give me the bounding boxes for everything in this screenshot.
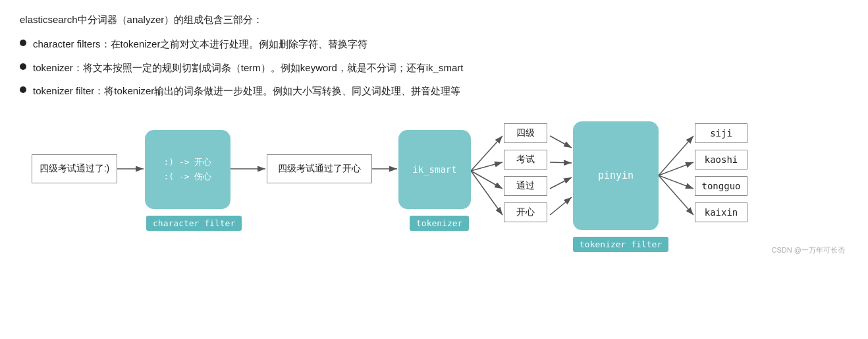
bullet-text-3: tokenizer filter：将tokenizer输出的词条做进一步处理。例… [33,82,460,100]
bullet-dot-3 [20,86,26,93]
svg-line-15 [659,175,693,215]
char-filter-line2: :( -> 伤心 [164,171,212,183]
diagram-area: 四级考试通过了:) :) -> 开心 :( -> 伤心 character fi… [20,111,848,257]
watermark: CSDN @一万年可长否 [772,245,845,255]
svg-line-6 [471,171,502,189]
bullet-list: character filters：在tokenizer之前对文本进行处理。例如… [20,36,848,100]
intro-title: elasticsearch中分词器（analyzer）的组成包含三部分： [20,12,848,28]
tokenizer-label: tokenizer [410,216,469,231]
input-box: 四级考试通过了:) [32,154,117,183]
svg-line-8 [550,136,572,148]
token-box-3: 开心 [504,202,547,222]
mid-text: 四级考试通过了开心 [278,163,361,175]
svg-line-12 [659,136,693,175]
output-box-2: tongguo [695,176,747,196]
token-box-0: 四级 [504,123,547,143]
bullet-item-2: tokenizer：将文本按照一定的规则切割成词条（term）。例如keywor… [20,59,848,77]
svg-line-7 [471,171,502,215]
bullet-dot-1 [20,40,26,46]
pinyin-box: pinyin [573,121,659,230]
pinyin-text: pinyin [598,170,634,181]
output-box-3: kaixin [695,202,747,222]
tokenizer-box: ik_smart [398,130,471,209]
output-box-0: siji [695,123,747,143]
svg-line-10 [550,177,572,189]
tokenizer-text: ik_smart [412,164,456,175]
svg-line-4 [471,136,502,171]
svg-line-13 [659,162,693,175]
svg-line-11 [550,197,572,215]
char-filter-line1: :) -> 开心 [164,156,212,168]
token-box-1: 考试 [504,150,547,170]
svg-line-9 [550,162,572,163]
svg-line-14 [659,175,693,189]
output-box-1: kaoshi [695,150,747,170]
token-box-2: 通过 [504,176,547,196]
input-text: 四级考试通过了:) [40,163,110,175]
bullet-item-3: tokenizer filter：将tokenizer输出的词条做进一步处理。例… [20,82,848,100]
tokenizer-filter-label: tokenizer filter [573,237,668,252]
char-filter-box: :) -> 开心 :( -> 伤心 [145,130,231,209]
bullet-item-1: character filters：在tokenizer之前对文本进行处理。例如… [20,36,848,53]
svg-line-5 [471,162,502,171]
bullet-text-2: tokenizer：将文本按照一定的规则切割成词条（term）。例如keywor… [33,59,463,77]
mid-box: 四级考试通过了开心 [267,154,372,183]
char-filter-label: character filter [146,216,242,231]
bullet-text-1: character filters：在tokenizer之前对文本进行处理。例如… [33,36,367,53]
bullet-dot-2 [20,63,26,70]
